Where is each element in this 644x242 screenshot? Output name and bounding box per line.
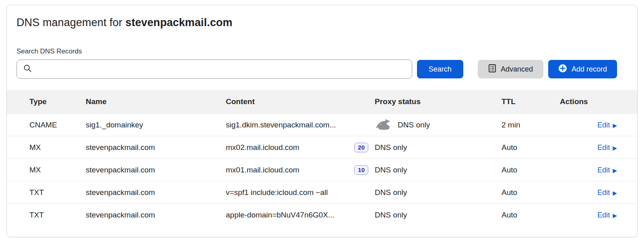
- record-content-text: mx01.mail.icloud.com: [226, 166, 299, 174]
- record-content: mx01.mail.icloud.com 10: [226, 165, 375, 175]
- record-actions: Edit▶: [560, 211, 617, 219]
- record-ttl: Auto: [502, 211, 560, 219]
- column-header-actions: Actions: [560, 97, 617, 106]
- record-name: sig1._domainkey: [86, 121, 226, 129]
- search-label: Search DNS Records: [7, 47, 637, 55]
- table-row: MX stevenpackmail.com mx01.mail.icloud.c…: [7, 158, 637, 181]
- record-ttl: Auto: [502, 166, 560, 174]
- edit-button[interactable]: Edit▶: [597, 211, 617, 219]
- record-type: TXT: [29, 188, 86, 197]
- proxy-status-cell: DNS only: [375, 188, 502, 197]
- edit-label: Edit: [597, 189, 610, 197]
- proxy-status-text: DNS only: [375, 166, 407, 174]
- record-actions: Edit▶: [560, 121, 617, 129]
- table-row: TXT stevenpackmail.com apple-domain=bNuV…: [7, 203, 637, 226]
- add-record-button-label: Add record: [572, 65, 607, 74]
- search-box[interactable]: [17, 59, 412, 79]
- list-document-icon: [488, 64, 496, 75]
- proxy-status-text: DNS only: [375, 188, 407, 197]
- chevron-right-icon: ▶: [613, 123, 617, 128]
- plus-circle-icon: [558, 64, 567, 75]
- proxy-status-cell: DNS only: [375, 118, 502, 132]
- record-content: mx02.mail.icloud.com 20: [226, 143, 375, 152]
- edit-button[interactable]: Edit▶: [597, 121, 617, 129]
- table-row: MX stevenpackmail.com mx02.mail.icloud.c…: [7, 136, 637, 158]
- table-row: TXT stevenpackmail.com v=spf1 include:ic…: [7, 181, 637, 203]
- proxy-status-text: DNS only: [398, 121, 430, 129]
- table-row: CNAME sig1._domainkey sig1.dkim.stevenpa…: [7, 113, 637, 136]
- search-button-label: Search: [429, 65, 452, 74]
- edit-label: Edit: [597, 166, 610, 174]
- record-name: stevenpackmail.com: [86, 143, 226, 152]
- advanced-button[interactable]: Advanced: [478, 60, 543, 78]
- record-content: v=spf1 include:icloud.com ~all: [226, 188, 375, 197]
- proxy-status-text: DNS only: [375, 211, 407, 219]
- proxy-status-cell: DNS only: [375, 211, 502, 219]
- record-content: apple-domain=bNuV47n6G0X...: [226, 211, 375, 219]
- page-title: DNS management for stevenpackmail.com: [7, 16, 637, 29]
- column-header-name: Name: [86, 97, 226, 106]
- record-actions: Edit▶: [560, 188, 617, 197]
- chevron-right-icon: ▶: [613, 145, 617, 151]
- record-type: TXT: [29, 211, 86, 219]
- dns-management-card: DNS management for stevenpackmail.com Se…: [6, 5, 638, 237]
- priority-badge: 20: [354, 143, 368, 152]
- record-actions: Edit▶: [560, 143, 617, 152]
- search-icon: [23, 64, 32, 74]
- record-name: stevenpackmail.com: [86, 166, 226, 174]
- edit-label: Edit: [597, 144, 610, 152]
- record-type: MX: [29, 166, 86, 174]
- record-content: sig1.dkim.stevenpackmail.com...: [226, 121, 375, 129]
- cloud-dns-only-icon: [375, 118, 392, 132]
- domain-name: stevenpackmail.com: [126, 16, 233, 29]
- edit-label: Edit: [597, 121, 610, 129]
- add-record-button[interactable]: Add record: [548, 60, 617, 78]
- record-content-text: sig1.dkim.stevenpackmail.com...: [226, 121, 336, 129]
- record-type: MX: [29, 143, 86, 152]
- column-header-content: Content: [226, 97, 375, 106]
- column-header-ttl: TTL: [502, 97, 560, 106]
- edit-label: Edit: [597, 211, 610, 219]
- record-ttl: Auto: [502, 143, 560, 152]
- proxy-status-cell: DNS only: [375, 166, 502, 174]
- record-type: CNAME: [29, 121, 86, 129]
- column-header-proxy-status: Proxy status: [375, 97, 502, 106]
- search-input[interactable]: [36, 60, 406, 78]
- proxy-status-cell: DNS only: [375, 143, 502, 152]
- proxy-status-text: DNS only: [375, 143, 407, 152]
- edit-button[interactable]: Edit▶: [597, 144, 617, 152]
- edit-button[interactable]: Edit▶: [597, 189, 617, 197]
- record-content-text: apple-domain=bNuV47n6G0X...: [226, 211, 334, 219]
- chevron-right-icon: ▶: [613, 213, 617, 218]
- chevron-right-icon: ▶: [613, 190, 617, 196]
- table-header-row: Type Name Content Proxy status TTL Actio…: [7, 90, 637, 113]
- chevron-right-icon: ▶: [613, 168, 617, 173]
- priority-badge: 10: [354, 165, 368, 175]
- record-content-text: v=spf1 include:icloud.com ~all: [226, 188, 328, 197]
- column-header-type: Type: [29, 97, 86, 106]
- record-ttl: Auto: [502, 188, 560, 197]
- record-name: stevenpackmail.com: [86, 188, 226, 197]
- advanced-button-label: Advanced: [501, 65, 533, 74]
- dns-records-table: Type Name Content Proxy status TTL Actio…: [7, 90, 637, 226]
- record-content-text: mx02.mail.icloud.com: [226, 143, 299, 152]
- record-ttl: 2 min: [502, 121, 560, 129]
- search-button[interactable]: Search: [417, 60, 463, 78]
- record-name: stevenpackmail.com: [86, 211, 226, 219]
- edit-button[interactable]: Edit▶: [597, 166, 617, 174]
- search-toolbar: Search Advanced Add recor: [7, 59, 637, 79]
- record-actions: Edit▶: [560, 166, 617, 174]
- page-title-prefix: DNS management for: [17, 16, 126, 29]
